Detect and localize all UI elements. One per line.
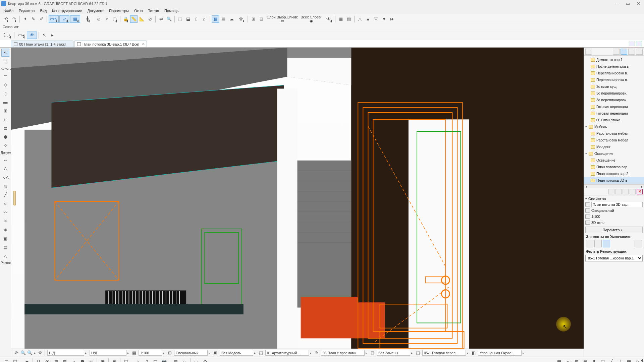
qb-scale-drop[interactable]: ▸ [162,351,165,355]
marquee-tool[interactable]: ⬚ [1,57,9,65]
default-btn2[interactable] [594,240,602,247]
bs-btn19[interactable]: ⌂ [181,358,188,362]
mid-close-button[interactable]: ✕ [637,189,643,194]
lock-button[interactable]: 🔒 [122,15,129,23]
nav-layout-icon[interactable] [628,49,635,55]
menu-help[interactable]: Помощь [162,8,181,13]
nav-history-button[interactable]: ⛶◂ [2,32,12,39]
intersect-mode-button[interactable]: ⤢ [59,15,69,23]
suspend-button[interactable]: ⦸ [95,15,102,23]
elev-button[interactable]: ▯ [193,15,200,23]
mid-btn4[interactable] [630,189,636,194]
dn2-button[interactable]: ▼ [380,15,388,23]
tab-overview-button[interactable] [629,41,635,46]
prop-name-input[interactable] [591,202,643,207]
tree-item[interactable]: Освещение [584,157,644,164]
qb-zoom-drop[interactable]: ▸ [33,351,37,355]
close-button[interactable]: ✕ [637,2,640,5]
bsr-btn9[interactable]: ▦ [625,358,633,362]
ungroup-button[interactable]: ▨ [345,15,353,23]
bs-btn7[interactable]: ⊟ [61,358,68,362]
tree-item[interactable]: 3d перепланировк. [584,90,644,97]
qb-combo2-drop[interactable]: ▸ [253,351,257,355]
qb-scale-icon[interactable]: ▦ [131,350,137,356]
menu-file[interactable]: Файл [2,8,16,13]
nav-layout-button[interactable]: ▭◂ [16,32,26,39]
stair-tool[interactable]: ≣ [1,124,9,132]
tab-floorplan[interactable]: 00 План этажа [1. 1-й этаж] [11,41,73,47]
group-button[interactable]: ▦ [337,15,344,23]
tree-item[interactable]: 00 План этажа [584,117,644,123]
arrow-mode-button[interactable]: ▭↖ [49,15,59,23]
nav-pub-icon[interactable] [636,49,643,55]
section-button[interactable]: ⬓ [184,15,192,23]
bsr-btn5[interactable]: ▮ [590,358,598,362]
tree-item[interactable]: ▾Освещение [584,150,644,157]
qb-coord2-drop[interactable]: ▸ [126,351,130,355]
qb-combo3-input[interactable] [265,350,309,356]
minimize-button[interactable]: — [615,2,619,5]
column-tool[interactable]: ▯ [1,89,9,97]
bs-btn4[interactable]: ⚲ [35,358,42,362]
menu-design[interactable]: Конструирование [50,8,84,13]
layers2-button[interactable]: ⊟ [258,15,265,23]
bsr-btn7[interactable]: ╱ [608,358,615,362]
qb-combo4-drop[interactable]: ▸ [365,351,368,355]
eyedropper-button[interactable]: ✎ [30,15,37,23]
redo-button[interactable]: ↷ [10,15,18,23]
3d-viewport[interactable]: ↖ [11,48,584,349]
tree-item[interactable]: План потолка 3D-в [584,177,644,184]
menu-view[interactable]: Вид [38,8,49,13]
layers1-button[interactable]: ⊞ [250,15,257,23]
tree-item[interactable]: Готовая переплани [584,103,644,110]
qb-combo3-drop[interactable]: ▸ [309,351,312,355]
qb-combo6-input[interactable] [422,350,466,356]
menu-document[interactable]: Документ [85,8,106,13]
nav-project-button[interactable] [585,49,592,55]
detail-tool[interactable]: ▣ [1,234,9,242]
bs-btn2[interactable]: ⬚ [11,358,19,362]
qb-combo6-drop[interactable]: ▸ [466,351,469,355]
bsr-btn1[interactable]: ▦ [555,358,563,362]
ruler-button[interactable]: 📏 [130,15,138,23]
tree-item[interactable]: Демонтаж вар.1 [584,56,644,63]
bs-btn9[interactable]: ⬢ [78,358,86,362]
qb-coord1-drop[interactable]: ▸ [84,351,88,355]
nav-home-icon[interactable] [613,49,620,55]
default-btn1[interactable] [586,240,593,247]
tree-item[interactable]: Расстановка мебел [584,137,644,143]
bs-btn13[interactable]: ⬚ [122,358,130,362]
arrow-tool[interactable]: ↖ [1,49,9,57]
bs-btn12[interactable]: ▣ [111,358,118,362]
qb-coord1-input[interactable] [47,350,84,356]
tree-toggle-icon[interactable]: ▾ [585,152,589,155]
menu-edit[interactable]: Редактор [16,8,37,13]
bs-btn6[interactable]: ⊞ [52,358,60,362]
cancel-guide-button[interactable]: ⊘ [146,15,154,23]
cloud-button[interactable]: ☁ [228,15,235,23]
qb-combo1-drop[interactable]: ▸ [208,351,211,355]
line-tool[interactable]: ╱ [1,191,9,199]
bs-btn21[interactable]: ✿ [201,358,209,362]
bs-btn18[interactable]: ⊞ [172,358,179,362]
bsr-btn10[interactable]: ✧ [634,358,641,362]
measure-button[interactable]: 📐 [138,15,146,23]
pick-button[interactable]: ✦ [21,15,29,23]
grid-button[interactable]: ╋ [84,15,91,23]
tree-item[interactable]: 3d перепланировк. [584,97,644,103]
bs-btn17[interactable]: 📷 [160,358,168,362]
bs-btn3[interactable]: ✦ [23,358,31,362]
worksheet-tool[interactable]: ▤ [1,243,9,251]
tab-close-button[interactable]: ✕ [142,42,145,46]
text-tool[interactable]: A [1,165,9,173]
tree-item[interactable]: План потолка вар.2 [584,170,644,177]
qb-combo7-icon[interactable]: ◧ [471,350,477,356]
align-button[interactable]: ⇄ [157,15,165,23]
home-button[interactable]: ⌂ [201,15,208,23]
bs-btn14[interactable]: ⌂ [134,358,142,362]
menu-options[interactable]: Параметры [107,8,131,13]
menu-window[interactable]: Окно [132,8,145,13]
inject-button[interactable]: ✐ [38,15,45,23]
tree-item[interactable]: ▾Мебель [584,123,644,130]
tree-item[interactable]: Готовая переплани [584,110,644,117]
